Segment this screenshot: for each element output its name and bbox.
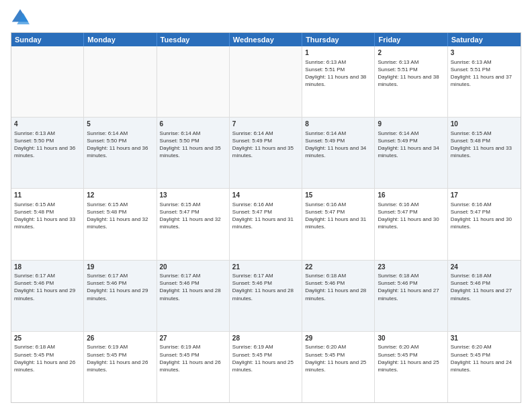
day-header-friday: Friday	[375, 33, 447, 46]
day-number: 17	[451, 191, 518, 200]
day-number: 16	[378, 191, 444, 200]
cell-info: Sunrise: 6:16 AMSunset: 5:47 PMDaylight:…	[232, 201, 299, 231]
calendar-week-2: 4Sunrise: 6:13 AMSunset: 5:50 PMDaylight…	[11, 118, 521, 189]
cell-info: Sunrise: 6:16 AMSunset: 5:47 PMDaylight:…	[378, 201, 444, 231]
day-number: 23	[378, 263, 444, 272]
cell-info: Sunrise: 6:18 AMSunset: 5:46 PMDaylight:…	[451, 272, 518, 302]
cell-info: Sunrise: 6:19 AMSunset: 5:45 PMDaylight:…	[160, 343, 226, 373]
empty-cell	[11, 46, 84, 117]
cell-info: Sunrise: 6:16 AMSunset: 5:47 PMDaylight:…	[305, 201, 371, 231]
day-header-monday: Monday	[84, 33, 157, 46]
cell-info: Sunrise: 6:13 AMSunset: 5:51 PMDaylight:…	[305, 58, 371, 89]
day-cell-9: 9Sunrise: 6:14 AMSunset: 5:49 PMDaylight…	[375, 118, 447, 188]
day-cell-4: 4Sunrise: 6:13 AMSunset: 5:50 PMDaylight…	[11, 118, 84, 188]
cell-info: Sunrise: 6:17 AMSunset: 5:46 PMDaylight:…	[160, 272, 226, 302]
day-number: 30	[378, 334, 444, 343]
day-number: 9	[378, 120, 444, 129]
day-number: 22	[305, 263, 371, 272]
cell-info: Sunrise: 6:14 AMSunset: 5:49 PMDaylight:…	[378, 130, 444, 160]
cell-info: Sunrise: 6:13 AMSunset: 5:51 PMDaylight:…	[378, 58, 444, 89]
cell-info: Sunrise: 6:16 AMSunset: 5:47 PMDaylight:…	[451, 201, 518, 231]
day-header-wednesday: Wednesday	[230, 33, 302, 46]
cell-info: Sunrise: 6:13 AMSunset: 5:50 PMDaylight:…	[14, 130, 81, 160]
day-number: 15	[305, 191, 371, 200]
empty-cell	[230, 46, 302, 117]
cell-info: Sunrise: 6:18 AMSunset: 5:46 PMDaylight:…	[378, 272, 444, 302]
cell-info: Sunrise: 6:15 AMSunset: 5:48 PMDaylight:…	[451, 130, 518, 160]
day-number: 6	[160, 120, 226, 129]
cell-info: Sunrise: 6:19 AMSunset: 5:45 PMDaylight:…	[87, 343, 153, 373]
page: SundayMondayTuesdayWednesdayThursdayFrid…	[0, 0, 532, 411]
cell-info: Sunrise: 6:15 AMSunset: 5:48 PMDaylight:…	[87, 201, 153, 231]
day-number: 8	[305, 120, 371, 129]
cell-info: Sunrise: 6:17 AMSunset: 5:46 PMDaylight:…	[232, 272, 299, 302]
day-number: 21	[232, 263, 299, 272]
day-cell-19: 19Sunrise: 6:17 AMSunset: 5:46 PMDayligh…	[84, 261, 157, 331]
cell-info: Sunrise: 6:20 AMSunset: 5:45 PMDaylight:…	[305, 343, 371, 373]
empty-cell	[157, 46, 230, 117]
day-number: 2	[378, 48, 444, 58]
day-header-tuesday: Tuesday	[157, 33, 230, 46]
cell-info: Sunrise: 6:15 AMSunset: 5:47 PMDaylight:…	[160, 201, 226, 231]
day-cell-8: 8Sunrise: 6:14 AMSunset: 5:49 PMDaylight…	[302, 118, 375, 188]
cell-info: Sunrise: 6:14 AMSunset: 5:49 PMDaylight:…	[305, 130, 371, 160]
day-cell-15: 15Sunrise: 6:16 AMSunset: 5:47 PMDayligh…	[302, 189, 375, 259]
day-cell-11: 11Sunrise: 6:15 AMSunset: 5:48 PMDayligh…	[11, 189, 84, 259]
calendar-week-5: 25Sunrise: 6:18 AMSunset: 5:45 PMDayligh…	[11, 332, 521, 402]
day-cell-2: 2Sunrise: 6:13 AMSunset: 5:51 PMDaylight…	[375, 46, 447, 117]
day-cell-17: 17Sunrise: 6:16 AMSunset: 5:47 PMDayligh…	[448, 189, 521, 259]
day-number: 31	[451, 334, 518, 343]
day-header-sunday: Sunday	[11, 33, 84, 46]
day-cell-21: 21Sunrise: 6:17 AMSunset: 5:46 PMDayligh…	[230, 261, 302, 331]
calendar-header: SundayMondayTuesdayWednesdayThursdayFrid…	[11, 33, 521, 46]
day-header-saturday: Saturday	[448, 33, 521, 46]
cell-info: Sunrise: 6:20 AMSunset: 5:45 PMDaylight:…	[378, 343, 444, 373]
day-number: 3	[451, 48, 518, 58]
cell-info: Sunrise: 6:15 AMSunset: 5:48 PMDaylight:…	[14, 201, 81, 231]
day-number: 27	[160, 334, 226, 343]
day-header-thursday: Thursday	[302, 33, 375, 46]
day-number: 29	[305, 334, 371, 343]
calendar-week-4: 18Sunrise: 6:17 AMSunset: 5:46 PMDayligh…	[11, 261, 521, 332]
day-cell-28: 28Sunrise: 6:19 AMSunset: 5:45 PMDayligh…	[230, 332, 302, 402]
cell-info: Sunrise: 6:14 AMSunset: 5:50 PMDaylight:…	[87, 130, 153, 160]
day-number: 7	[232, 120, 299, 129]
calendar-body: 1Sunrise: 6:13 AMSunset: 5:51 PMDaylight…	[11, 46, 521, 402]
day-cell-25: 25Sunrise: 6:18 AMSunset: 5:45 PMDayligh…	[11, 332, 84, 402]
day-number: 14	[232, 191, 299, 200]
day-cell-7: 7Sunrise: 6:14 AMSunset: 5:49 PMDaylight…	[230, 118, 302, 188]
logo-icon	[11, 8, 30, 27]
calendar-week-1: 1Sunrise: 6:13 AMSunset: 5:51 PMDaylight…	[11, 46, 521, 118]
cell-info: Sunrise: 6:20 AMSunset: 5:45 PMDaylight:…	[451, 343, 518, 373]
day-cell-12: 12Sunrise: 6:15 AMSunset: 5:48 PMDayligh…	[84, 189, 157, 259]
day-cell-26: 26Sunrise: 6:19 AMSunset: 5:45 PMDayligh…	[84, 332, 157, 402]
day-cell-20: 20Sunrise: 6:17 AMSunset: 5:46 PMDayligh…	[157, 261, 230, 331]
day-cell-18: 18Sunrise: 6:17 AMSunset: 5:46 PMDayligh…	[11, 261, 84, 331]
day-number: 5	[87, 120, 153, 129]
day-cell-29: 29Sunrise: 6:20 AMSunset: 5:45 PMDayligh…	[302, 332, 375, 402]
logo	[11, 8, 32, 27]
day-number: 1	[305, 48, 371, 58]
day-cell-10: 10Sunrise: 6:15 AMSunset: 5:48 PMDayligh…	[448, 118, 521, 188]
day-cell-13: 13Sunrise: 6:15 AMSunset: 5:47 PMDayligh…	[157, 189, 230, 259]
day-number: 20	[160, 263, 226, 272]
day-cell-27: 27Sunrise: 6:19 AMSunset: 5:45 PMDayligh…	[157, 332, 230, 402]
cell-info: Sunrise: 6:14 AMSunset: 5:50 PMDaylight:…	[160, 130, 226, 160]
day-number: 26	[87, 334, 153, 343]
day-cell-6: 6Sunrise: 6:14 AMSunset: 5:50 PMDaylight…	[157, 118, 230, 188]
day-cell-30: 30Sunrise: 6:20 AMSunset: 5:45 PMDayligh…	[375, 332, 447, 402]
day-number: 19	[87, 263, 153, 272]
header	[11, 8, 521, 27]
day-cell-16: 16Sunrise: 6:16 AMSunset: 5:47 PMDayligh…	[375, 189, 447, 259]
cell-info: Sunrise: 6:17 AMSunset: 5:46 PMDaylight:…	[87, 272, 153, 302]
day-cell-14: 14Sunrise: 6:16 AMSunset: 5:47 PMDayligh…	[230, 189, 302, 259]
day-number: 13	[160, 191, 226, 200]
day-cell-23: 23Sunrise: 6:18 AMSunset: 5:46 PMDayligh…	[375, 261, 447, 331]
cell-info: Sunrise: 6:14 AMSunset: 5:49 PMDaylight:…	[232, 130, 299, 160]
cell-info: Sunrise: 6:17 AMSunset: 5:46 PMDaylight:…	[14, 272, 81, 302]
cell-info: Sunrise: 6:19 AMSunset: 5:45 PMDaylight:…	[232, 343, 299, 373]
day-cell-24: 24Sunrise: 6:18 AMSunset: 5:46 PMDayligh…	[448, 261, 521, 331]
day-number: 4	[14, 120, 81, 129]
day-number: 25	[14, 334, 81, 343]
day-number: 28	[232, 334, 299, 343]
